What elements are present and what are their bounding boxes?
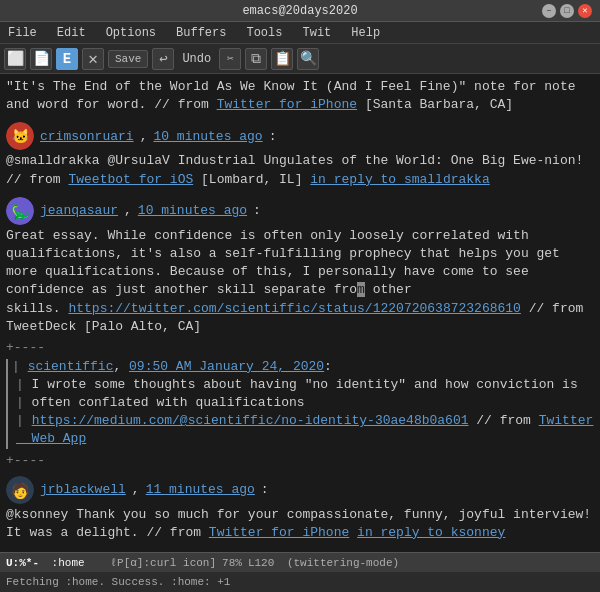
- main-content: "It's The End of the World As We Know It…: [0, 74, 600, 552]
- tweet-separator: ,: [140, 129, 148, 144]
- search-icon[interactable]: 🔍: [297, 48, 319, 70]
- tweetbot-link[interactable]: Tweetbot for iOS: [68, 172, 193, 187]
- tweet-separator: ,: [124, 203, 132, 218]
- reply-link-2[interactable]: in reply to ksonney: [357, 525, 505, 540]
- status-mode: U:%*-: [6, 557, 39, 569]
- status-line: L120: [248, 557, 274, 569]
- tweet-colon: :: [253, 203, 261, 218]
- new-file-icon[interactable]: ⬜: [4, 48, 26, 70]
- tweet-colon: :: [269, 129, 277, 144]
- window-controls[interactable]: – □ ✕: [542, 4, 592, 18]
- bottom-bar: Fetching :home. Success. :home: +1: [0, 572, 600, 592]
- menu-edit[interactable]: Edit: [53, 24, 90, 42]
- tweet-item: 🐱 crimsonruari , 10 minutes ago : @small…: [6, 122, 594, 188]
- menu-options[interactable]: Options: [102, 24, 160, 42]
- copy-icon[interactable]: ⧉: [245, 48, 267, 70]
- toolbar: ⬜ 📄 E ✕ Save ↩ Undo ✂ ⧉ 📋 🔍: [0, 44, 600, 74]
- cut-icon[interactable]: ✂: [219, 48, 241, 70]
- tweet-body: Great essay. While confidence is often o…: [6, 227, 594, 336]
- undo-icon[interactable]: ↩: [152, 48, 174, 70]
- status-bar: U:%*- :home ℓP[α]:curl icon] 78% L120 (t…: [0, 552, 600, 572]
- tweet-item: 🧑 jrblackwell , 11 minutes ago : @ksonne…: [6, 476, 594, 542]
- menu-twit[interactable]: Twit: [298, 24, 335, 42]
- tweet-item: 🦕 jeanqasaur , 10 minutes ago : Great es…: [6, 197, 594, 468]
- tweet-header: 🧑 jrblackwell , 11 minutes ago :: [6, 476, 594, 504]
- separator: +----: [6, 340, 594, 355]
- tweet-username[interactable]: jrblackwell: [40, 482, 126, 497]
- tweet-header: 🐱 crimsonruari , 10 minutes ago :: [6, 122, 594, 150]
- reply-link[interactable]: in reply to smalldrakka: [310, 172, 489, 187]
- tweet-body: @smalldrakka @UrsulaV Industrial Ungulat…: [6, 152, 594, 188]
- menu-tools[interactable]: Tools: [242, 24, 286, 42]
- maximize-button[interactable]: □: [560, 4, 574, 18]
- tweet-header: 🦕 jeanqasaur , 10 minutes ago :: [6, 197, 594, 225]
- close-button[interactable]: ✕: [578, 4, 592, 18]
- medium-link[interactable]: https://medium.com/@scientiffic/no-ident…: [32, 413, 469, 428]
- bottom-message: Fetching :home. Success. :home: +1: [6, 576, 230, 588]
- tweet-body: @ksonney Thank you so much for your comp…: [6, 506, 594, 542]
- menu-buffers[interactable]: Buffers: [172, 24, 230, 42]
- tweet-item: "It's The End of the World As We Know It…: [6, 78, 594, 114]
- tweet-colon: :: [261, 482, 269, 497]
- undo-label[interactable]: Undo: [178, 50, 215, 68]
- avatar: 🦕: [6, 197, 34, 225]
- quoted-tweet: | scientiffic, 09:50 AM January 24, 2020…: [6, 359, 594, 449]
- status-buffer: :home: [45, 557, 91, 569]
- open-file-icon[interactable]: 📄: [30, 48, 52, 70]
- avatar: 🧑: [6, 476, 34, 504]
- window-title: emacs@20days2020: [58, 4, 542, 18]
- save-button[interactable]: Save: [108, 50, 148, 68]
- svg-text:🐱: 🐱: [12, 128, 30, 145]
- svg-text:🦕: 🦕: [11, 203, 30, 221]
- tweet-username[interactable]: crimsonruari: [40, 129, 134, 144]
- quoted-body: | I wrote some thoughts about having "no…: [12, 376, 594, 449]
- status-cursor: ℓP[α]:curl icon]: [97, 557, 216, 569]
- status-zoom: 78%: [222, 557, 242, 569]
- tweet-timestamp[interactable]: 10 minutes ago: [153, 129, 262, 144]
- status-extra: (twittering-mode): [280, 557, 399, 569]
- minimize-button[interactable]: –: [542, 4, 556, 18]
- avatar: 🐱: [6, 122, 34, 150]
- title-bar: emacs@20days2020 – □ ✕: [0, 0, 600, 22]
- twitter-status-link[interactable]: https://twitter.com/scientiffic/status/1…: [68, 301, 520, 316]
- quoted-timestamp[interactable]: 09:50 AM January 24, 2020: [129, 359, 324, 374]
- quoted-username[interactable]: scientiffic: [28, 359, 114, 374]
- tweet-timestamp[interactable]: 10 minutes ago: [138, 203, 247, 218]
- tweet-timestamp[interactable]: 11 minutes ago: [146, 482, 255, 497]
- svg-text:🧑: 🧑: [11, 482, 30, 500]
- editor-icon[interactable]: E: [56, 48, 78, 70]
- paste-icon[interactable]: 📋: [271, 48, 293, 70]
- twitter-iphone-link[interactable]: Twitter for iPhone: [217, 97, 357, 112]
- separator-2: +----: [6, 453, 594, 468]
- tweet-separator: ,: [132, 482, 140, 497]
- menu-bar: File Edit Options Buffers Tools Twit Hel…: [0, 22, 600, 44]
- tweet-username[interactable]: jeanqasaur: [40, 203, 118, 218]
- twitter-iphone-link2[interactable]: Twitter for iPhone: [209, 525, 349, 540]
- menu-help[interactable]: Help: [347, 24, 384, 42]
- close-icon[interactable]: ✕: [82, 48, 104, 70]
- tweet-text: "It's The End of the World As We Know It…: [6, 78, 594, 114]
- menu-file[interactable]: File: [4, 24, 41, 42]
